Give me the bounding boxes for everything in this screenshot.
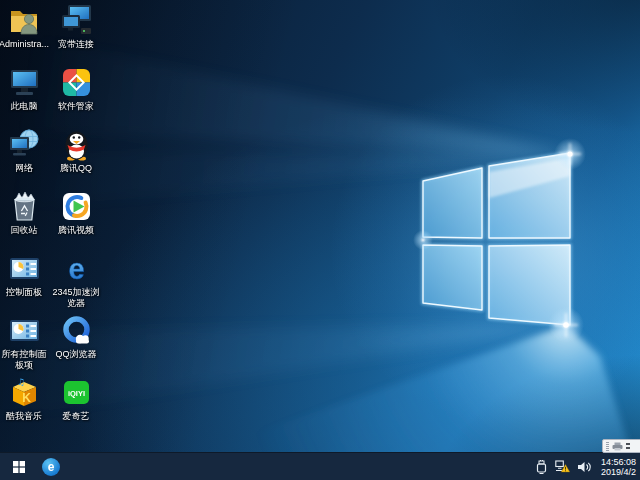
clock-date: 2019/4/2 (601, 467, 636, 477)
volume-icon[interactable] (577, 453, 591, 480)
clock-time: 14:56:08 (601, 457, 636, 467)
desktop-icon-recycle-bin[interactable]: 回收站 (0, 190, 50, 236)
icon-label: 酷我音乐 (6, 411, 42, 422)
2345-browser-icon: e (60, 252, 93, 285)
edge-browser-icon: e (42, 458, 60, 476)
broadband-connection-icon (60, 4, 93, 37)
control-panel-icon (8, 314, 41, 347)
desktop-icon-kuwo-music[interactable]: K ♫ 酷我音乐 (0, 376, 50, 422)
taskbar-edge-browser[interactable]: e (35, 453, 67, 480)
svg-text:iQIYI: iQIYI (67, 389, 84, 398)
desktop-icon-administrator[interactable]: Administra... (0, 4, 50, 50)
icon-label: 腾讯QQ (60, 163, 92, 174)
desktop-icon-iqiyi[interactable]: iQIYI 爱奇艺 (50, 376, 102, 422)
qq-browser-icon (60, 314, 93, 347)
system-tray: 14:56:08 2019/4/2 (535, 453, 640, 480)
iqiyi-icon: iQIYI (60, 376, 93, 409)
icon-label: 2345加速浏览器 (50, 287, 102, 309)
desktop-icon-control-panel[interactable]: 控制面板 (0, 252, 50, 298)
software-manager-icon (60, 66, 93, 99)
kuwo-music-icon: K ♫ (8, 376, 41, 409)
icon-label: 此电脑 (11, 101, 38, 112)
icon-label: 腾讯视频 (58, 225, 94, 236)
usb-safely-remove-icon[interactable] (535, 453, 548, 480)
svg-text:K: K (22, 391, 31, 405)
ime-toolbar[interactable] (602, 439, 640, 453)
this-pc-icon (8, 66, 41, 99)
printer-icon[interactable] (612, 442, 623, 451)
desktop-icon-all-control-panel-items[interactable]: 所有控制面板项 (0, 314, 50, 371)
icon-label: 回收站 (11, 225, 38, 236)
icon-label: 软件管家 (58, 101, 94, 112)
recycle-bin-full-icon (8, 190, 41, 223)
taskbar-clock[interactable]: 14:56:08 2019/4/2 (601, 457, 636, 477)
desktop: Administra... 此电脑 网络 回收站 (0, 0, 640, 480)
network-icon (8, 128, 41, 161)
desktop-icon-tencent-qq[interactable]: 腾讯QQ (50, 128, 102, 174)
icon-label: QQ浏览器 (55, 349, 96, 360)
icon-label: Administra... (0, 39, 49, 50)
taskbar: e (0, 452, 640, 480)
start-button[interactable] (3, 453, 35, 480)
svg-text:♫: ♫ (16, 377, 24, 387)
icon-label: 宽带连接 (58, 39, 94, 50)
icon-label: 所有控制面板项 (0, 349, 50, 371)
network-warning-icon[interactable] (555, 453, 570, 480)
desktop-icon-2345-browser[interactable]: e 2345加速浏览器 (50, 252, 102, 309)
user-folder-icon (8, 4, 41, 37)
desktop-icon-network[interactable]: 网络 (0, 128, 50, 174)
windows-logo-icon (13, 461, 25, 473)
control-panel-icon (8, 252, 41, 285)
desktop-icon-this-pc[interactable]: 此电脑 (0, 66, 50, 112)
desktop-icon-qq-browser[interactable]: QQ浏览器 (50, 314, 102, 360)
icon-label: 爱奇艺 (63, 411, 90, 422)
desktop-icon-broadband[interactable]: 宽带连接 (50, 4, 102, 50)
toolbar-menu-icon[interactable] (626, 443, 630, 449)
tencent-qq-icon (60, 128, 93, 161)
tencent-video-icon (60, 190, 93, 223)
icon-label: 控制面板 (6, 287, 42, 298)
svg-text:e: e (48, 460, 55, 474)
svg-text:e: e (68, 253, 84, 285)
desktop-icon-tencent-video[interactable]: 腾讯视频 (50, 190, 102, 236)
toolbar-grip[interactable] (606, 442, 609, 451)
icon-label: 网络 (15, 163, 33, 174)
desktop-icon-software-manager[interactable]: 软件管家 (50, 66, 102, 112)
